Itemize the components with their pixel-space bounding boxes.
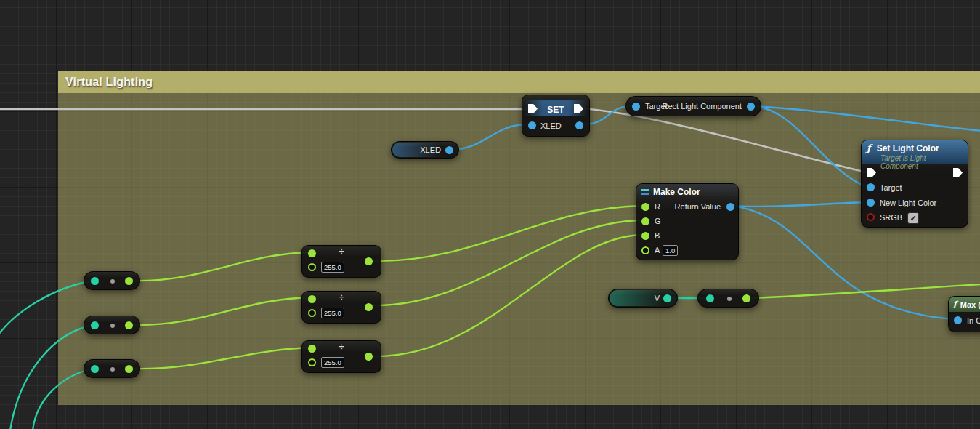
conversion-input-pin[interactable] bbox=[91, 321, 99, 329]
max-title: Max ( bbox=[960, 300, 980, 309]
conversion-node-3[interactable] bbox=[84, 359, 140, 378]
set-xled-output-pin[interactable] bbox=[575, 121, 583, 129]
srgb-checkbox[interactable]: ✓ bbox=[907, 212, 919, 224]
conversion-output-pin[interactable] bbox=[125, 321, 133, 329]
set-xled-input-label: XLED bbox=[540, 121, 562, 130]
wire-rectlight-to-offscreen bbox=[755, 106, 980, 131]
conversion-output-pin[interactable] bbox=[742, 294, 750, 302]
srgb-input-pin[interactable] bbox=[867, 213, 875, 221]
srgb-label: SRGB bbox=[880, 213, 902, 222]
wire-divide3-to-b bbox=[372, 235, 641, 356]
wire-divide2-to-g bbox=[372, 220, 641, 305]
new-light-color-input-pin[interactable] bbox=[867, 199, 875, 207]
a-label: A bbox=[655, 246, 660, 254]
conversion-input-pin[interactable] bbox=[706, 294, 714, 302]
a-value-input[interactable]: 1.0 bbox=[663, 245, 678, 256]
conversion-dot-icon bbox=[110, 324, 115, 328]
target-label: Target bbox=[880, 183, 902, 192]
divide-node-2[interactable]: ÷ 255.0 bbox=[301, 291, 381, 324]
r-label: R bbox=[655, 202, 660, 211]
make-color-node[interactable]: Make Color R Return Value G B A 1.0 bbox=[636, 183, 739, 260]
xled-output-pin[interactable] bbox=[445, 146, 453, 154]
conversion-output-pin[interactable] bbox=[125, 277, 133, 285]
wire-conv1-to-divide1 bbox=[132, 252, 311, 281]
conversion-dot-icon bbox=[727, 297, 732, 301]
g-input-pin[interactable] bbox=[641, 217, 649, 225]
wire-rectlight-to-target bbox=[755, 106, 867, 187]
wire-layer bbox=[0, 0, 980, 429]
wire-offscreen-to-conv1 bbox=[0, 281, 93, 334]
function-icon: ƒ bbox=[867, 143, 871, 153]
conversion-node-4[interactable] bbox=[697, 289, 759, 308]
rect-light-component-node[interactable]: Target Rect Light Component bbox=[625, 96, 761, 116]
v-label: V bbox=[655, 294, 660, 302]
divisor-value-input[interactable]: 255.0 bbox=[321, 308, 344, 318]
function-icon: ƒ bbox=[953, 300, 957, 309]
xled-label: XLED bbox=[420, 145, 441, 154]
divide-divisor-pin[interactable] bbox=[308, 263, 316, 271]
conversion-dot-icon bbox=[110, 279, 115, 284]
variable-get-v-node[interactable]: V bbox=[608, 289, 678, 308]
new-light-color-label: New Light Color bbox=[880, 199, 936, 207]
set-xled-node[interactable]: SET XLED bbox=[522, 95, 590, 137]
wire-conv2-to-divide2 bbox=[132, 297, 311, 325]
set-light-color-node[interactable]: ƒ Set Light Color Target is Light Compon… bbox=[861, 140, 968, 228]
v-output-pin[interactable] bbox=[663, 294, 671, 302]
blueprint-graph-canvas[interactable]: Virtual Lighting XLED SET XLED bbox=[0, 0, 980, 429]
wire-offscreen-to-conv2 bbox=[10, 325, 93, 429]
rectlight-output-label: Rect Light Component bbox=[663, 102, 742, 111]
wire-offscreen-to-conv3 bbox=[33, 369, 93, 429]
max-node[interactable]: ƒ Max ( In Col bbox=[948, 296, 980, 332]
divisor-value-input[interactable]: 255.0 bbox=[321, 262, 344, 273]
divide-input-pin[interactable] bbox=[308, 295, 316, 303]
conversion-input-pin[interactable] bbox=[91, 365, 99, 373]
divide-node-1[interactable]: ÷ 255.0 bbox=[301, 245, 381, 278]
g-label: G bbox=[655, 217, 661, 225]
max-header: ƒ Max ( bbox=[949, 297, 980, 312]
b-input-pin[interactable] bbox=[641, 232, 649, 240]
conversion-node-2[interactable] bbox=[84, 316, 140, 334]
conversion-node-1[interactable] bbox=[84, 271, 140, 290]
divide-input-pin[interactable] bbox=[308, 249, 316, 257]
divide-output-pin[interactable] bbox=[365, 303, 373, 311]
make-struct-icon bbox=[641, 188, 649, 196]
return-value-label: Return Value bbox=[675, 202, 721, 211]
divide-node-3[interactable]: ÷ 255.0 bbox=[301, 340, 381, 373]
make-color-header: Make Color bbox=[636, 184, 738, 199]
exec-in-pin[interactable] bbox=[867, 168, 876, 177]
a-input-pin[interactable] bbox=[641, 246, 649, 254]
rectlight-target-input-pin[interactable] bbox=[632, 103, 640, 111]
max-input-pin[interactable] bbox=[954, 316, 962, 324]
make-color-title: Make Color bbox=[653, 187, 700, 197]
variable-get-xled-node[interactable]: XLED bbox=[391, 141, 459, 159]
wire-conv4-to-offscreen bbox=[750, 284, 980, 298]
target-input-pin[interactable] bbox=[867, 183, 875, 191]
max-input-label: In Col bbox=[967, 316, 980, 325]
wire-makecolor-to-newlightcolor bbox=[732, 202, 867, 207]
set-light-color-title: Set Light Color bbox=[877, 143, 939, 153]
return-value-output-pin[interactable] bbox=[726, 203, 734, 211]
wire-conv3-to-divide3 bbox=[132, 348, 311, 369]
rectlight-output-pin[interactable] bbox=[747, 103, 755, 111]
conversion-input-pin[interactable] bbox=[91, 277, 99, 285]
divide-input-pin[interactable] bbox=[308, 345, 316, 353]
divide-output-pin[interactable] bbox=[365, 353, 373, 361]
divisor-value-input[interactable]: 255.0 bbox=[321, 357, 344, 368]
divide-divisor-pin[interactable] bbox=[308, 358, 316, 366]
b-label: B bbox=[655, 231, 660, 240]
set-light-color-header: ƒ Set Light Color Target is Light Compon… bbox=[862, 140, 968, 164]
wire-divide1-to-r bbox=[372, 206, 641, 261]
set-xled-input-pin[interactable] bbox=[528, 121, 536, 129]
wire-exec-set-to-setlightcolor bbox=[582, 108, 867, 172]
r-input-pin[interactable] bbox=[641, 203, 649, 211]
wire-xledget-to-set bbox=[450, 124, 528, 150]
divide-output-pin[interactable] bbox=[365, 257, 373, 265]
set-light-color-subtitle: Target is Light Component bbox=[880, 154, 963, 170]
conversion-dot-icon bbox=[110, 367, 115, 372]
conversion-output-pin[interactable] bbox=[125, 365, 133, 373]
divide-divisor-pin[interactable] bbox=[308, 309, 316, 317]
